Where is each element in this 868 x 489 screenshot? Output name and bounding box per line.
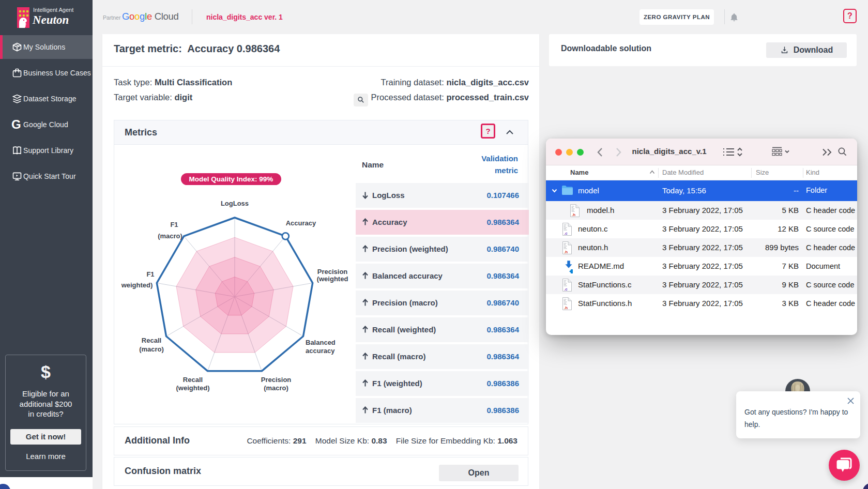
svg-text:(weighted: (weighted: [317, 275, 348, 283]
svg-text:Recall: Recall: [183, 376, 203, 384]
svg-text:weighted): weighted): [121, 281, 153, 289]
svg-text:Balanced: Balanced: [306, 339, 336, 346]
svg-text:accuracy: accuracy: [306, 347, 335, 355]
svg-text:(weighted): (weighted): [176, 384, 210, 392]
svg-text:LogLoss: LogLoss: [221, 200, 249, 207]
svg-text:F1: F1: [170, 221, 178, 228]
svg-text:Accuracy: Accuracy: [286, 219, 316, 227]
svg-text:(macro): (macro): [158, 232, 182, 240]
svg-text:(macro): (macro): [264, 384, 288, 392]
svg-text:F1: F1: [146, 270, 154, 278]
svg-text:Recall: Recall: [142, 337, 161, 344]
svg-text:(macro): (macro): [139, 345, 164, 353]
svg-text:Precision: Precision: [317, 268, 348, 276]
svg-text:Precision: Precision: [261, 376, 292, 384]
